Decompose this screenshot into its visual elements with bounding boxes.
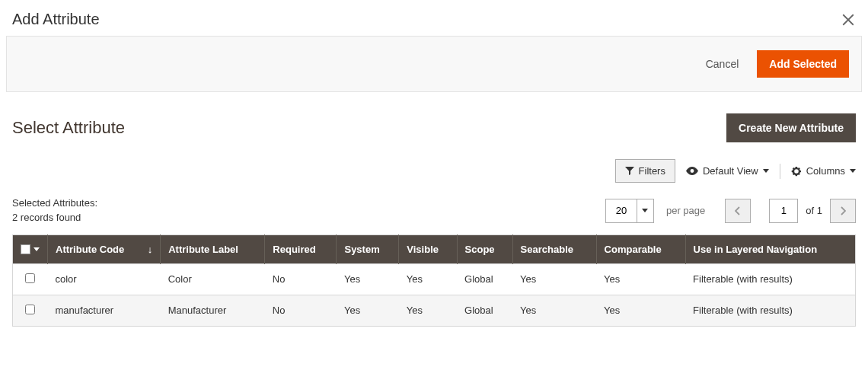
modal-title: Add Attribute [12,11,100,28]
cell-searchable: Yes [512,263,596,295]
cell-scope: Global [457,295,512,326]
col-searchable[interactable]: Searchable [512,234,596,263]
col-layered-nav[interactable]: Use in Layered Navigation [685,234,855,263]
page-size-input[interactable] [605,199,637,223]
prev-page-button[interactable] [725,199,751,223]
cell-code: manufacturer [48,295,161,326]
col-attribute-label[interactable]: Attribute Label [161,234,265,263]
grid-toolbar: Filters Default View Columns [0,155,868,193]
col-comparable[interactable]: Comparable [596,234,685,263]
cell-label: Color [161,263,265,295]
cell-visible: Yes [399,295,457,326]
caret-down-icon [642,209,648,212]
row-checkbox[interactable] [25,273,35,283]
add-selected-button[interactable]: Add Selected [757,50,849,78]
page-number-input[interactable] [769,199,798,223]
cell-scope: Global [457,263,512,295]
cell-label: Manufacturer [161,295,265,326]
caret-down-icon [34,247,40,251]
col-attribute-code[interactable]: Attribute Code ↓ [48,234,161,263]
cell-required: No [265,295,337,326]
cell-comparable: Yes [596,295,685,326]
next-page-button[interactable] [830,199,856,223]
cell-visible: Yes [399,263,457,295]
cell-system: Yes [337,263,399,295]
pager: per page of 1 [605,199,856,223]
records-found-label: 2 records found [12,211,97,225]
columns-button[interactable]: Columns [791,165,856,177]
attributes-table: Attribute Code ↓ Attribute Label Require… [12,234,856,327]
section-title: Select Attribute [12,118,125,138]
of-label: of 1 [806,205,822,216]
filters-button[interactable]: Filters [615,159,675,183]
status-text: Selected Attributes: 2 records found [12,196,97,225]
columns-label: Columns [806,165,845,177]
cell-code: color [48,263,161,295]
select-all-header[interactable] [13,234,48,263]
cell-required: No [265,263,337,295]
filter-icon [625,167,634,175]
table-row[interactable]: colorColorNoYesYesGlobalYesYesFilterable… [13,263,856,295]
default-view-label: Default View [703,165,758,177]
cell-layered: Filterable (with results) [685,263,855,295]
default-view-button[interactable]: Default View [686,165,769,177]
select-all-checkbox[interactable] [21,244,30,254]
gear-icon [791,166,802,177]
cell-searchable: Yes [512,295,596,326]
col-scope[interactable]: Scope [457,234,512,263]
col-system[interactable]: System [337,234,399,263]
row-checkbox[interactable] [25,305,35,314]
col-visible[interactable]: Visible [399,234,457,263]
cell-comparable: Yes [596,263,685,295]
caret-down-icon [763,169,769,173]
selected-attributes-label: Selected Attributes: [12,196,97,211]
per-page-label: per page [666,205,705,216]
cell-layered: Filterable (with results) [685,295,855,326]
filters-label: Filters [639,165,665,177]
close-icon[interactable] [841,12,856,27]
caret-down-icon [850,169,856,173]
page-size-dropdown-button[interactable] [637,199,654,223]
divider [780,164,780,179]
col-required[interactable]: Required [265,234,337,263]
action-bar: Cancel Add Selected [6,36,862,92]
svg-point-2 [691,169,694,173]
sort-icon: ↓ [148,244,153,255]
cancel-button[interactable]: Cancel [701,52,744,76]
create-new-attribute-button[interactable]: Create New Attribute [726,113,856,142]
cell-system: Yes [337,295,399,326]
eye-icon [686,167,698,175]
table-row[interactable]: manufacturerManufacturerNoYesYesGlobalYe… [13,295,856,326]
